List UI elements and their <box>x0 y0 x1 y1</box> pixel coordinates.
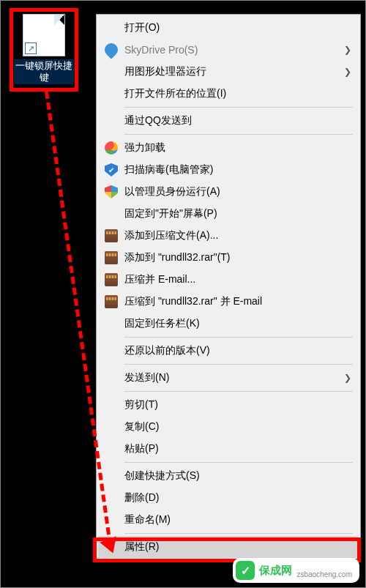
menu-item-properties[interactable]: 属性(R) <box>98 536 359 558</box>
menu-separator <box>124 462 353 463</box>
menu-item-label: 发送到(N) <box>120 371 341 384</box>
menu-item-label: 扫描病毒(电脑管家) <box>120 163 341 176</box>
menu-item-pin-taskbar[interactable]: 固定到任务栏(K) <box>98 313 359 335</box>
menu-item-label: 重命名(M) <box>120 513 341 526</box>
menu-item-add-to-rar[interactable]: 添加到 "rundll32.rar"(T) <box>98 247 359 269</box>
shield-icon: ✔ <box>102 163 120 176</box>
menu-separator <box>124 337 353 338</box>
menu-item-add-to-archive[interactable]: 添加到压缩文件(A)... <box>98 225 359 247</box>
menu-item-label: 压缩到 "rundll32.rar" 并 E-mail <box>120 295 341 308</box>
menu-item-qq-send[interactable]: 通过QQ发送到 <box>98 110 359 132</box>
menu-item-label: 固定到"开始"屏幕(P) <box>120 207 341 220</box>
uac-shield-icon <box>102 185 120 198</box>
context-menu: 打开(O) SkyDrive Pro(S) ❯ 用图形处理器运行 ❯ 打开文件所… <box>96 14 361 561</box>
rar-icon <box>102 229 120 242</box>
menu-item-label: SkyDrive Pro(S) <box>120 44 341 56</box>
menu-item-label: 复制(C) <box>120 420 341 433</box>
menu-item-compress-rar-email[interactable]: 压缩到 "rundll32.rar" 并 E-mail <box>98 291 359 313</box>
menu-item-label: 删除(D) <box>120 491 341 505</box>
menu-item-label: 剪切(T) <box>120 398 341 412</box>
menu-item-open[interactable]: 打开(O) <box>98 17 359 39</box>
watermark-subtext: zsbaocheng.com <box>296 570 352 578</box>
menu-item-restore-previous[interactable]: 还原以前的版本(V) <box>98 340 359 362</box>
menu-item-gpu-run[interactable]: 用图形处理器运行 ❯ <box>98 61 359 83</box>
menu-item-uninstall[interactable]: 强力卸载 <box>98 137 359 159</box>
rar-icon <box>102 273 120 286</box>
chevron-right-icon: ❯ <box>344 67 351 77</box>
menu-item-label: 添加到 "rundll32.rar"(T) <box>120 251 341 264</box>
menu-item-label: 以管理员身份运行(A) <box>120 185 341 198</box>
menu-separator <box>124 107 353 108</box>
menu-item-label: 通过QQ发送到 <box>120 114 341 127</box>
menu-item-label: 用图形处理器运行 <box>120 65 341 78</box>
menu-item-label: 属性(R) <box>120 540 341 554</box>
menu-item-copy[interactable]: 复制(C) <box>98 416 359 438</box>
menu-item-label: 强力卸载 <box>120 141 341 155</box>
menu-item-open-location[interactable]: 打开文件所在的位置(I) <box>98 83 359 105</box>
skydrive-icon <box>102 43 120 56</box>
menu-item-label: 粘贴(P) <box>120 442 341 455</box>
menu-item-label: 打开文件所在的位置(I) <box>120 87 341 100</box>
menu-item-label: 还原以前的版本(V) <box>120 344 341 357</box>
menu-item-run-admin[interactable]: 以管理员身份运行(A) <box>98 181 359 203</box>
menu-item-rename[interactable]: 重命名(M) <box>98 509 359 531</box>
chevron-right-icon: ❯ <box>344 45 351 55</box>
menu-item-label: 打开(O) <box>120 21 341 34</box>
menu-separator <box>124 391 353 392</box>
rar-icon <box>102 251 120 264</box>
menu-item-label: 创建快捷方式(S) <box>120 469 341 483</box>
menu-item-create-shortcut[interactable]: 创建快捷方式(S) <box>98 465 359 487</box>
menu-item-label: 添加到压缩文件(A)... <box>120 229 341 242</box>
chevron-right-icon: ❯ <box>344 373 351 383</box>
annotation-highlight-icon <box>10 8 78 92</box>
menu-item-skydrive[interactable]: SkyDrive Pro(S) ❯ <box>98 39 359 61</box>
rar-icon <box>102 295 120 308</box>
menu-separator <box>124 533 353 534</box>
menu-item-label: 固定到任务栏(K) <box>120 317 341 330</box>
menu-item-pin-start[interactable]: 固定到"开始"屏幕(P) <box>98 203 359 225</box>
menu-item-send-to[interactable]: 发送到(N) ❯ <box>98 367 359 389</box>
menu-separator <box>124 364 353 365</box>
watermark-check-icon: ✓ <box>236 561 255 580</box>
flower-icon <box>102 141 120 155</box>
menu-item-cut[interactable]: 剪切(T) <box>98 394 359 416</box>
watermark-badge: ✓ 保成网 zsbaocheng.com <box>233 558 359 583</box>
menu-item-scan-virus[interactable]: ✔ 扫描病毒(电脑管家) <box>98 159 359 181</box>
menu-item-paste[interactable]: 粘贴(P) <box>98 438 359 460</box>
menu-separator <box>124 134 353 135</box>
menu-item-compress-email[interactable]: 压缩并 E-mail... <box>98 269 359 291</box>
menu-item-label: 压缩并 E-mail... <box>120 273 341 286</box>
menu-item-delete[interactable]: 删除(D) <box>98 487 359 509</box>
watermark-text: 保成网 <box>259 564 292 578</box>
